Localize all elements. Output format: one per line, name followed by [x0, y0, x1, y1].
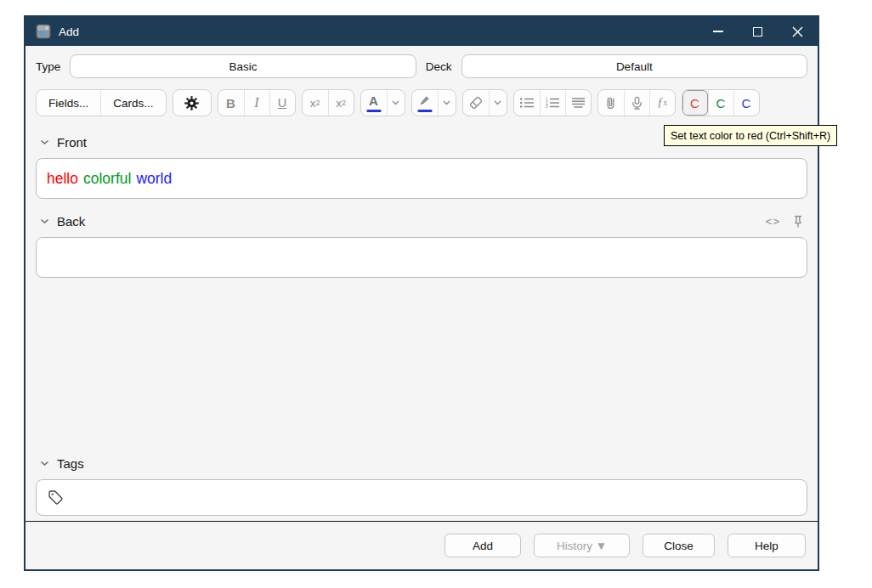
dialog-footer: Add History ▼ Close Help	[25, 521, 818, 569]
html-editor-toggle[interactable]: <>	[766, 215, 780, 228]
bold-button[interactable]: B	[218, 90, 244, 116]
subscript-mark: 2	[342, 99, 346, 107]
window-controls	[698, 17, 818, 46]
fields-button[interactable]: Fields...	[37, 90, 100, 116]
front-collapse-toggle[interactable]	[40, 139, 49, 145]
cloze-red-button[interactable]: C	[682, 90, 708, 116]
cloze-green-button[interactable]: C	[708, 90, 733, 116]
close-icon	[792, 26, 803, 37]
fx-x: x	[663, 99, 667, 107]
chevron-down-icon	[40, 461, 49, 466]
superscript-button[interactable]: x2	[303, 90, 328, 116]
cards-button[interactable]: Cards...	[100, 90, 165, 116]
remove-formatting-button[interactable]	[463, 90, 489, 116]
record-audio-button[interactable]	[624, 90, 649, 116]
back-section-header: Back <>	[36, 211, 807, 232]
text-color-button[interactable]: A	[361, 90, 387, 116]
deck-label: Deck	[426, 60, 452, 73]
deck-selector[interactable]: Default	[461, 54, 807, 78]
chevron-down-icon	[494, 100, 501, 105]
numbered-list-icon: 123	[545, 97, 560, 109]
minimize-icon	[713, 31, 723, 32]
list-group: 123	[513, 89, 592, 116]
italic-button[interactable]: I	[244, 90, 269, 116]
superscript-base: x	[310, 97, 316, 110]
bullet-list-icon	[519, 97, 535, 109]
maximize-button[interactable]	[738, 17, 778, 46]
back-collapse-toggle[interactable]	[40, 218, 49, 224]
microphone-icon	[631, 96, 643, 110]
chevron-down-icon	[443, 100, 450, 105]
front-word: world	[136, 170, 172, 188]
front-word: hello	[47, 170, 78, 188]
pin-icon[interactable]	[793, 215, 803, 229]
chevron-down-icon	[40, 139, 49, 145]
tag-icon	[47, 489, 65, 506]
cloze-group: C C C	[682, 89, 760, 116]
help-button[interactable]: Help	[728, 534, 806, 557]
back-field-editor[interactable]	[36, 237, 807, 278]
dialog-body: Type Basic Deck Default Fields... Cards.…	[25, 46, 818, 521]
paperclip-icon	[605, 96, 616, 110]
equations-button[interactable]: ƒx	[649, 90, 675, 116]
highlighter-pen-icon	[418, 94, 431, 107]
eraser-icon	[468, 96, 484, 110]
maximize-icon	[753, 27, 762, 37]
type-label: Type	[36, 60, 60, 73]
editor-settings-button[interactable]	[173, 90, 211, 116]
tags-label: Tags	[57, 456, 84, 471]
notetype-value: Basic	[229, 60, 258, 73]
tooltip: Set text color to red (Ctrl+Shift+R)	[664, 125, 837, 146]
text-color-group: A	[360, 89, 405, 116]
chevron-down-icon	[40, 218, 49, 224]
tags-section-header: Tags	[36, 453, 807, 474]
editor-toolbar: Fields... Cards...	[36, 89, 807, 116]
chevron-down-icon	[392, 100, 399, 105]
front-field-editor[interactable]: hello colorful world	[36, 158, 807, 199]
gear-icon	[184, 96, 199, 110]
highlight-color-dropdown[interactable]	[438, 90, 456, 116]
text-color-letter: A	[369, 93, 378, 108]
remove-formatting-dropdown[interactable]	[489, 90, 507, 116]
settings-group	[173, 89, 212, 116]
add-button[interactable]: Add	[444, 534, 521, 557]
text-color-swatch	[366, 110, 381, 113]
numbered-list-button[interactable]: 123	[540, 90, 565, 116]
close-dialog-button[interactable]: Close	[643, 534, 715, 557]
highlight-color-group	[411, 89, 456, 116]
highlight-color-button[interactable]	[412, 90, 438, 116]
back-field-tools: <>	[766, 215, 807, 229]
add-note-dialog: Add Type Basic Deck	[24, 15, 819, 571]
history-button[interactable]: History ▼	[534, 534, 630, 557]
cloze-blue-button[interactable]: C	[733, 90, 759, 116]
align-justify-icon	[571, 97, 586, 109]
anki-app-icon	[36, 24, 51, 39]
subscript-button[interactable]: x2	[328, 90, 354, 116]
bullet-list-button[interactable]	[514, 90, 540, 116]
minimize-button[interactable]	[698, 17, 738, 46]
highlight-color-swatch	[417, 110, 432, 113]
fx-f: ƒ	[657, 96, 663, 110]
text-color-dropdown[interactable]	[387, 90, 405, 116]
underline-button[interactable]: U	[269, 90, 295, 116]
notetype-selector[interactable]: Basic	[70, 54, 416, 78]
titlebar[interactable]: Add	[25, 17, 818, 46]
front-word: colorful	[83, 170, 131, 188]
script-group: x2 x2	[302, 89, 354, 116]
tags-collapse-toggle[interactable]	[40, 461, 49, 466]
tags-input[interactable]	[36, 479, 807, 516]
window-title: Add	[59, 25, 79, 38]
superscript-mark: 2	[315, 99, 320, 107]
front-field-label: Front	[57, 135, 87, 150]
deck-value: Default	[616, 60, 653, 73]
attach-media-button[interactable]	[598, 90, 624, 116]
fields-cards-group: Fields... Cards...	[36, 89, 167, 116]
justify-button[interactable]	[565, 90, 591, 116]
type-deck-row: Type Basic Deck Default	[36, 54, 807, 78]
close-button[interactable]	[778, 17, 818, 46]
remove-format-group	[462, 89, 507, 116]
svg-text:3: 3	[546, 105, 548, 109]
subscript-base: x	[336, 97, 342, 110]
media-group: ƒx	[597, 89, 676, 116]
back-field-label: Back	[57, 214, 85, 229]
